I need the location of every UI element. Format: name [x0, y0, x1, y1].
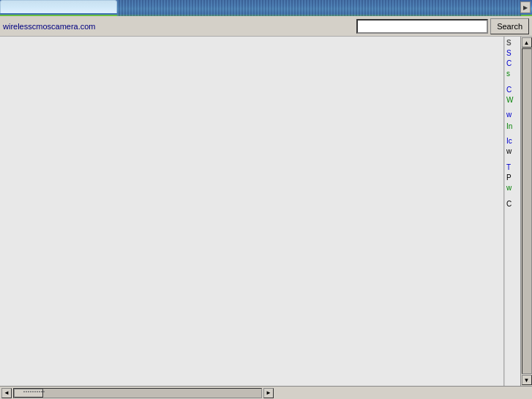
- scrollbar-dots: [23, 391, 45, 392]
- right-sidebar: S S C s C W w In Ic: [504, 37, 520, 386]
- browser-tab[interactable]: [0, 0, 117, 13]
- sidebar-link-12[interactable]: w: [505, 183, 520, 193]
- sidebar-link-green-1[interactable]: s: [506, 70, 519, 78]
- sidebar-link-9[interactable]: Ic: [505, 136, 520, 146]
- sidebar-text-4: C: [505, 199, 520, 209]
- scroll-track[interactable]: [522, 48, 532, 374]
- sidebar-link-blue-5[interactable]: w: [506, 111, 519, 119]
- main-content-area: [0, 37, 504, 386]
- sidebar-link-blue-1[interactable]: S: [506, 49, 519, 58]
- search-area: Search: [356, 18, 529, 34]
- scroll-down-button[interactable]: ▼: [522, 375, 532, 385]
- page-url: wirelesscmoscamera.com: [3, 22, 356, 31]
- scrollbar-thumb[interactable]: [14, 389, 43, 398]
- sidebar-link-6[interactable]: W: [505, 95, 520, 105]
- sidebar-link-green-5[interactable]: w: [506, 184, 519, 193]
- sidebar-link-2[interactable]: C: [505, 59, 520, 69]
- sidebar-text-3: P: [505, 173, 520, 183]
- sidebar-link-7[interactable]: w: [505, 110, 520, 120]
- sidebar-link-1[interactable]: S: [505, 48, 520, 59]
- sidebar-heading-s: S: [505, 38, 520, 48]
- address-bar: wirelesscmoscamera.com Search: [0, 16, 532, 37]
- search-input[interactable]: [356, 19, 488, 34]
- sidebar-link-green-2[interactable]: W: [506, 96, 519, 105]
- sidebar-link-5[interactable]: C: [505, 85, 520, 95]
- sidebar-link-blue-2[interactable]: C: [506, 59, 519, 68]
- sidebar-link-blue-7[interactable]: T: [506, 163, 519, 172]
- status-bar: ◄ ►: [0, 386, 532, 399]
- sidebar-text-2: w: [505, 146, 520, 157]
- sidebar-link-8[interactable]: In: [505, 122, 520, 132]
- sidebar-link-3[interactable]: s: [505, 69, 520, 79]
- horizontal-scroll-right[interactable]: ►: [263, 388, 274, 398]
- sidebar-link-green-3[interactable]: In: [506, 122, 519, 131]
- scroll-up-button[interactable]: ▲: [522, 37, 532, 48]
- header-bar: ▶: [0, 0, 532, 16]
- header-decoration: [117, 0, 521, 16]
- vertical-scrollbar: ▲ ▼: [520, 37, 532, 386]
- sidebar-link-11[interactable]: T: [505, 163, 520, 173]
- sidebar-link-blue-6[interactable]: Ic: [506, 137, 519, 146]
- search-button[interactable]: Search: [490, 18, 529, 34]
- horizontal-scrollbar[interactable]: [13, 388, 262, 398]
- horizontal-scroll-left[interactable]: ◄: [1, 388, 12, 398]
- tab-scroll-button[interactable]: ▶: [520, 1, 531, 13]
- sidebar-link-blue-4[interactable]: C: [506, 86, 519, 94]
